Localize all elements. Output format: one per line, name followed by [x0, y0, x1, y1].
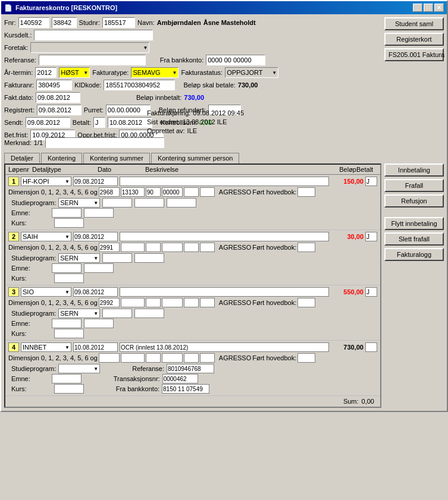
studnr-field[interactable] [102, 17, 135, 28]
referanse-field[interactable] [39, 55, 146, 65]
fakturanr-field[interactable] [36, 80, 72, 90]
dim-val3-4[interactable] [146, 353, 161, 363]
beskrivelse-field-3[interactable] [120, 287, 329, 297]
betalt-field-2[interactable] [365, 232, 377, 241]
betalt-field-1[interactable] [365, 177, 377, 186]
close-button[interactable]: ✕ [434, 4, 444, 12]
tab-kontering-summer-person[interactable]: Kontering summer person [151, 153, 240, 163]
merknad-field[interactable] [45, 137, 164, 148]
slett-frafall-button[interactable]: Slett frafall [384, 232, 444, 246]
type-field-4[interactable]: INNBET▼ [21, 342, 71, 352]
referanse-field-4[interactable] [167, 364, 214, 373]
dato-field-2[interactable] [73, 232, 118, 241]
fra-bankkonto-field[interactable] [206, 55, 265, 65]
fs205-button[interactable]: FS205.001 Faktura [384, 48, 444, 61]
betalt-field-4[interactable] [365, 342, 377, 352]
studieprogram-extra2-1[interactable] [134, 198, 164, 207]
fakt-dato-field[interactable] [36, 92, 80, 103]
dim-val1-3[interactable] [99, 298, 120, 307]
studieprogram-dropdown-3[interactable]: SERN▼ [58, 309, 100, 318]
fort-field-4[interactable] [297, 353, 315, 363]
foretak-dropdown[interactable]: ▼ [30, 42, 149, 53]
tab-kontering-summer[interactable]: Kontering summer [83, 153, 150, 163]
kurs-field-2[interactable] [54, 273, 84, 283]
dim-val5-3[interactable] [184, 298, 199, 307]
registrert-field[interactable] [37, 105, 82, 115]
fort-field-1[interactable] [297, 187, 315, 197]
studieprogram-dropdown-1[interactable]: SERN▼ [58, 198, 100, 207]
emne-field-4[interactable] [52, 374, 82, 383]
dim-val2-1[interactable] [121, 187, 145, 197]
betalt-field-3[interactable] [365, 287, 377, 297]
dato-field-3[interactable] [73, 287, 118, 297]
beskrivelse-field-2[interactable] [120, 232, 329, 241]
kurs-row-2: Kurs: [8, 273, 377, 283]
fakturalogg-button[interactable]: Fakturalogg [384, 248, 444, 261]
maximize-button[interactable]: □ [424, 4, 433, 12]
innbetaling-button[interactable]: Innbetaling [384, 163, 444, 177]
emne-field-1[interactable] [52, 208, 82, 218]
dim-val5-2[interactable] [184, 243, 199, 252]
flytt-innbetaling-button[interactable]: Flytt innbetaling [384, 217, 444, 230]
termin-dropdown[interactable]: HØST▼ [59, 67, 90, 78]
dim-val4-1[interactable] [162, 187, 183, 197]
ar-field[interactable] [35, 67, 57, 78]
fort-field-2[interactable] [297, 243, 315, 252]
fra-bankkonto-field-4[interactable] [162, 384, 209, 394]
kurs-field-1[interactable] [54, 218, 84, 228]
kursdelt-field[interactable] [34, 30, 153, 40]
studieprogram-extra3-1[interactable] [167, 198, 196, 207]
dim-val4-2[interactable] [162, 243, 183, 252]
fakturastatus-dropdown[interactable]: OPPGJORT▼ [225, 67, 278, 78]
frafall-button[interactable]: Frafall [384, 179, 444, 192]
dim-val1-2[interactable] [99, 243, 120, 252]
emne-field2-1[interactable] [84, 208, 114, 218]
fnr-field1[interactable] [18, 17, 49, 28]
studieprogram-dropdown-2[interactable]: SERN▼ [58, 253, 100, 263]
emne-field-3[interactable] [52, 319, 82, 328]
dim-val6-1[interactable] [200, 187, 215, 197]
registerkort-button[interactable]: Registerkort [384, 33, 444, 46]
dim-val2-2[interactable] [121, 243, 145, 252]
dim-val4-3[interactable] [162, 298, 183, 307]
studieprogram-extra-1[interactable] [102, 198, 132, 207]
refusjon-button[interactable]: Refusjon [384, 194, 444, 207]
betalt-field[interactable] [93, 117, 105, 128]
minimize-button[interactable]: _ [413, 4, 422, 12]
dim-val5-4[interactable] [184, 353, 199, 363]
student-saml-button[interactable]: Student saml [384, 17, 444, 30]
dim-val6-4[interactable] [200, 353, 215, 363]
dim-val2-4[interactable] [121, 353, 145, 363]
dim-val3-1[interactable] [146, 187, 161, 197]
tab-kontering[interactable]: Kontering [41, 153, 82, 163]
dim-val3-2[interactable] [146, 243, 161, 252]
betalt-date-field[interactable] [108, 117, 152, 128]
studieprogram-dropdown-4[interactable]: ▼ [58, 364, 100, 373]
dim-val2-3[interactable] [121, 298, 145, 307]
type-field-2[interactable]: SAIH▼ [21, 232, 71, 241]
kidkode-field[interactable] [104, 80, 175, 90]
dim-val1-1[interactable] [99, 187, 120, 197]
dim-val3-3[interactable] [146, 298, 161, 307]
emne-field-2[interactable] [52, 263, 82, 273]
transaksjons-field-4[interactable] [162, 374, 198, 383]
beskrivelse-field-4[interactable] [120, 342, 329, 352]
sendt-field[interactable] [26, 117, 70, 128]
dim-val4-4[interactable] [162, 353, 183, 363]
dato-field-1[interactable] [73, 177, 118, 186]
fort-field-3[interactable] [297, 298, 315, 307]
dim-val5-1[interactable] [184, 187, 199, 197]
purret-field[interactable] [106, 105, 151, 115]
dato-field-4[interactable] [73, 342, 118, 352]
dim-val1-4[interactable] [99, 353, 120, 363]
kurs-field-4[interactable] [54, 384, 84, 394]
dim-val6-2[interactable] [200, 243, 215, 252]
tab-detaljer[interactable]: Detaljer [4, 153, 40, 163]
dim-val6-3[interactable] [200, 298, 215, 307]
type-field-3[interactable]: SIO▼ [21, 287, 71, 297]
kurs-field-3[interactable] [54, 329, 84, 338]
fakturatype-dropdown[interactable]: SEMAVG▼ [131, 67, 178, 78]
beskrivelse-field-1[interactable] [120, 177, 329, 186]
type-field-1[interactable]: HF-KOPI▼ [21, 177, 71, 186]
fnr-field2[interactable] [52, 17, 77, 28]
